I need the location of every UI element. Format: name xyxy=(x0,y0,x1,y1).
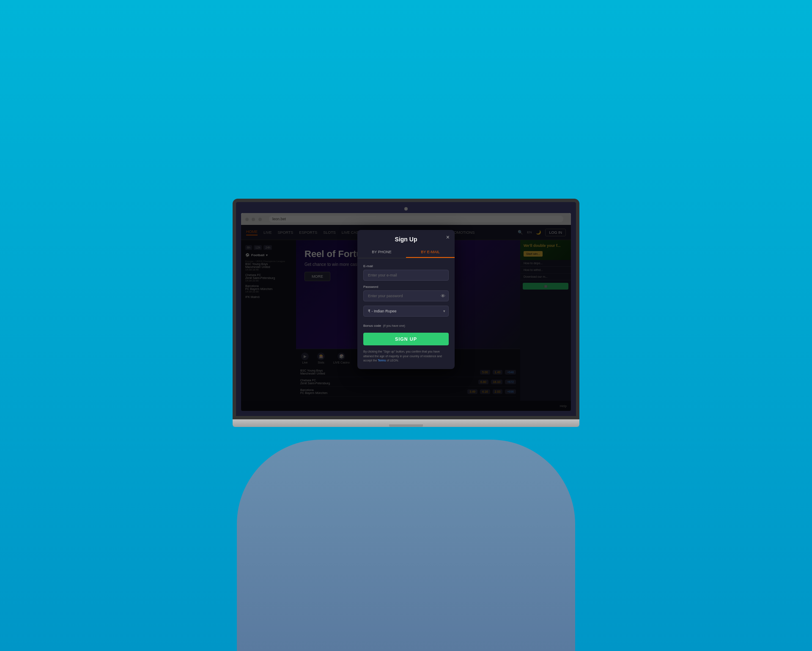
laptop-screen: leon.bet HOME LIVE SPORTS ESPORTS SLOTS … xyxy=(233,199,579,419)
signup-button[interactable]: SIGN UP xyxy=(363,333,449,345)
modal-title: Sign Up xyxy=(395,236,417,243)
email-input-wrap xyxy=(363,270,449,281)
bonus-label: Bonus code xyxy=(363,324,381,328)
laptop: leon.bet HOME LIVE SPORTS ESPORTS SLOTS … xyxy=(233,199,579,427)
screen-content: leon.bet HOME LIVE SPORTS ESPORTS SLOTS … xyxy=(241,213,571,411)
email-label: E-mail xyxy=(363,264,449,268)
password-group: Password 👁 xyxy=(363,285,449,301)
modal-header: Sign Up × xyxy=(357,230,455,247)
tab-by-email[interactable]: BY E-MAIL xyxy=(406,247,455,258)
bonus-hint: (if you have one) xyxy=(383,324,405,328)
modal-body: E-mail Password 👁 xyxy=(357,258,455,369)
modal-close-button[interactable]: × xyxy=(446,234,450,240)
currency-group: ₹ - Indian Rupee ▾ xyxy=(363,306,449,317)
bonus-code-row: Bonus code (if you have one) xyxy=(363,321,449,328)
email-input[interactable] xyxy=(363,270,449,281)
modal-tabs: BY PHONE BY E-MAIL xyxy=(357,247,455,258)
terms-text: By clicking the "Sign up" button, you co… xyxy=(363,350,449,363)
email-group: E-mail xyxy=(363,264,449,281)
laptop-base xyxy=(233,419,579,427)
currency-select-wrap: ₹ - Indian Rupee ▾ xyxy=(363,306,449,317)
password-toggle-icon[interactable]: 👁 xyxy=(441,293,445,298)
laptop-camera xyxy=(404,207,408,211)
password-input-wrap: 👁 xyxy=(363,290,449,301)
password-input[interactable] xyxy=(363,290,449,301)
password-label: Password xyxy=(363,285,449,289)
terms-link[interactable]: Terms xyxy=(378,359,386,362)
tab-by-phone[interactable]: BY PHONE xyxy=(357,247,406,258)
signup-modal: Sign Up × BY PHONE BY E-MAIL E-m xyxy=(357,230,455,369)
currency-select[interactable]: ₹ - Indian Rupee xyxy=(363,306,449,317)
modal-overlay: Sign Up × BY PHONE BY E-MAIL E-m xyxy=(241,213,571,411)
